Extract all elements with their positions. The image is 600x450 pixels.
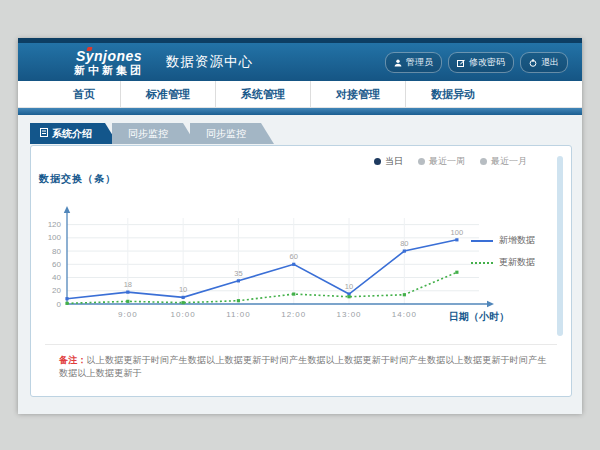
- data-point: [126, 290, 129, 293]
- data-point: [237, 299, 240, 302]
- x-tick-label: 9:00: [118, 310, 138, 319]
- legend-swatch-solid-blue: [471, 240, 493, 242]
- logo-text-cn: 新中新集团: [74, 65, 144, 76]
- data-point: [292, 263, 295, 266]
- data-point: [403, 293, 406, 296]
- power-icon: [529, 59, 537, 67]
- nav-accent-bar: [18, 108, 582, 115]
- series-line-新增数据: [67, 240, 457, 299]
- y-axis-title: 数据交换（条）: [39, 172, 116, 186]
- data-point: [455, 271, 458, 274]
- content-area: 系统介绍 同步监控 同步监控 当日 最近一周: [18, 115, 582, 414]
- range-filter-group: 当日 最近一周 最近一月: [374, 155, 527, 168]
- radio-dot: [480, 158, 487, 165]
- legend-swatch-dotted-green: [471, 262, 493, 264]
- user-icon: [394, 59, 402, 67]
- header-actions: 管理员 修改密码 退出: [385, 52, 568, 73]
- radio-dot-selected: [374, 158, 381, 165]
- y-tick-label: 120: [48, 220, 62, 229]
- data-point-label: 10: [345, 282, 353, 291]
- logo: Synjones 新中新集团: [74, 49, 144, 76]
- legend-item-updated-data[interactable]: 更新数据: [471, 256, 535, 269]
- tab-sync-monitor-1[interactable]: 同步监控: [112, 123, 196, 144]
- data-point-label: 60: [290, 252, 298, 261]
- y-tick-label: 100: [48, 233, 62, 242]
- radio-last-month[interactable]: 最近一月: [480, 155, 527, 168]
- logo-accent-dot: [86, 47, 92, 51]
- x-tick-label: 12:00: [281, 310, 306, 319]
- legend-updated-data-label: 更新数据: [499, 256, 535, 269]
- footnote-text: 以上数据更新于时间产生数据以上数据更新于时间产生数据以上数据更新于时间产生数据以…: [59, 355, 547, 378]
- page-title: 数据资源中心: [166, 53, 253, 71]
- change-password-button[interactable]: 修改密码: [448, 52, 514, 73]
- logo-text-en: Synjones: [74, 49, 144, 63]
- data-point: [403, 249, 406, 252]
- x-tick-label: 10:00: [171, 310, 196, 319]
- x-tick-label: 14:00: [392, 310, 417, 319]
- data-point: [292, 292, 295, 295]
- y-tick-label: 20: [52, 286, 61, 295]
- legend-new-data-label: 新增数据: [499, 234, 535, 247]
- logout-button[interactable]: 退出: [520, 52, 568, 73]
- data-point-label: 100: [451, 228, 464, 237]
- nav-item-standard-mgmt[interactable]: 标准管理: [120, 81, 215, 107]
- nav-item-interface-mgmt[interactable]: 对接管理: [310, 81, 405, 107]
- y-tick-label: 80: [52, 247, 61, 256]
- radio-last-week-label: 最近一周: [429, 155, 465, 168]
- radio-last-month-label: 最近一月: [491, 155, 527, 168]
- data-point: [455, 238, 458, 241]
- document-icon: [40, 123, 48, 144]
- data-point-label: 80: [400, 239, 408, 248]
- scrollbar[interactable]: [557, 156, 563, 336]
- y-axis-arrow: [64, 206, 70, 213]
- data-point: [65, 302, 68, 305]
- tab-system-intro-label: 系统介绍: [52, 123, 92, 144]
- tab-bar: 系统介绍 同步监控 同步监控: [18, 115, 582, 144]
- footnote: 备注：以上数据更新于时间产生数据以上数据更新于时间产生数据以上数据更新于时间产生…: [59, 354, 551, 380]
- tab-sync-monitor-2[interactable]: 同步监控: [190, 123, 274, 144]
- footnote-prefix: 备注：: [59, 355, 87, 365]
- tab-system-intro[interactable]: 系统介绍: [30, 123, 118, 144]
- edit-icon: [457, 59, 465, 67]
- change-password-label: 修改密码: [469, 56, 505, 69]
- legend-item-new-data[interactable]: 新增数据: [471, 234, 535, 247]
- divider: [45, 344, 557, 345]
- data-point-label: 10: [179, 285, 187, 294]
- data-point: [182, 296, 185, 299]
- data-point: [237, 279, 240, 282]
- x-axis-title: 日期（小时）: [449, 310, 509, 324]
- x-axis-arrow: [487, 301, 494, 307]
- x-tick-label: 13:00: [337, 310, 362, 319]
- nav-item-home[interactable]: 首页: [48, 81, 120, 107]
- data-point-label: 18: [124, 280, 132, 289]
- y-tick-label: 0: [57, 300, 62, 309]
- tab-sync-monitor-2-label: 同步监控: [206, 123, 246, 144]
- data-point: [182, 301, 185, 304]
- y-tick-label: 40: [52, 273, 61, 282]
- y-tick-label: 60: [52, 260, 61, 269]
- radio-today[interactable]: 当日: [374, 155, 403, 168]
- app-header: Synjones 新中新集团 数据资源中心 管理员 修改密码 退出: [18, 43, 582, 81]
- admin-user-label: 管理员: [406, 56, 433, 69]
- data-point: [126, 300, 129, 303]
- chart-panel: 当日 最近一周 最近一月 数据交换（条） 0204060801001209:00…: [30, 145, 572, 397]
- data-point: [347, 295, 350, 298]
- radio-last-week[interactable]: 最近一周: [418, 155, 465, 168]
- line-chart: 0204060801001209:0010:0011:0012:0013:001…: [41, 186, 503, 336]
- data-point-label: 35: [234, 269, 242, 278]
- tab-sync-monitor-1-label: 同步监控: [128, 123, 168, 144]
- nav-item-data-change[interactable]: 数据异动: [405, 81, 500, 107]
- x-tick-label: 11:00: [226, 310, 250, 319]
- nav-item-system-mgmt[interactable]: 系统管理: [215, 81, 310, 107]
- admin-user-button[interactable]: 管理员: [385, 52, 442, 73]
- logout-label: 退出: [541, 56, 559, 69]
- chart-legend: 新增数据 更新数据: [471, 234, 535, 269]
- data-point: [65, 297, 68, 300]
- radio-today-label: 当日: [385, 155, 403, 168]
- main-nav: 首页 标准管理 系统管理 对接管理 数据异动: [18, 81, 582, 108]
- radio-dot: [418, 158, 425, 165]
- app-window: Synjones 新中新集团 数据资源中心 管理员 修改密码 退出 首页 标准管…: [18, 38, 582, 413]
